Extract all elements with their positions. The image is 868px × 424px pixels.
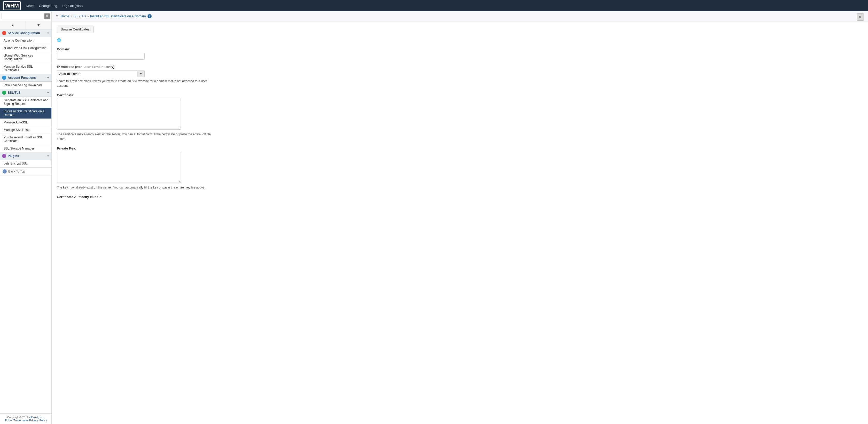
ip-select-wrapper: Auto-discover ▼ [57,70,145,77]
top-nav: WHM News Change Log Log Out (root) [0,0,868,11]
sidebar-item-manage-ssl-hosts[interactable]: Manage SSL Hosts [0,126,52,134]
back-to-top[interactable]: Back To Top [0,167,52,175]
ca-bundle-label: Certificate Authority Bundle: [57,195,863,199]
nav-changelog[interactable]: Change Log [39,4,57,8]
footer-privacy-link[interactable]: Privacy Policy [29,419,47,422]
sidebar-item-lets-encrypt[interactable]: Lets Encrypt SSL [0,160,52,167]
main-content: ≡ Home » SSL/TLS » Install an SSL Certif… [52,11,868,424]
account-functions-label: Account Functions [8,76,36,79]
certificate-label: Certificate: [57,93,863,97]
nav-logout[interactable]: Log Out (root) [62,4,83,8]
sidebar-section-plugins[interactable]: Plugins ▼ [0,152,52,160]
sidebar-item-install-ssl[interactable]: Install an SSL Certificate on a Domain [0,108,52,119]
nav-news[interactable]: News [26,4,34,8]
breadcrumb-sep-2: » [87,14,89,18]
sidebar-item-manage-autossl[interactable]: Manage AutoSSL [0,119,52,126]
certificate-textarea[interactable] [57,99,181,130]
ip-field-group: IP Address (non-user domains only): Auto… [57,65,863,88]
sidebar-nav-buttons: ▲ ▼ [0,21,52,29]
footer-company-link[interactable]: cPanel, Inc. [29,416,44,419]
ssltls-icon [2,91,6,95]
certificate-help-text: The certificate may already exist on the… [57,132,212,141]
account-functions-chevron: ▼ [47,76,49,79]
back-to-top-label: Back To Top [8,170,25,173]
sidebar-search-bar: ssl ✕ [0,11,52,21]
domain-input[interactable] [57,53,145,60]
ca-bundle-field-group: Certificate Authority Bundle: [57,195,863,199]
private-key-textarea[interactable] [57,152,181,183]
sidebar-item-raw-apache-log[interactable]: Raw Apache Log Download [0,81,52,89]
ip-select[interactable]: Auto-discover [57,70,137,77]
ssltls-chevron: ▼ [47,91,49,94]
sidebar: ssl ✕ ▲ ▼ Service Configuration ▼ Apache… [0,11,52,424]
close-button[interactable]: ✕ [857,13,864,21]
search-input[interactable]: ssl [2,13,44,19]
browse-cert-globe-icon: 🌐 [57,38,94,42]
private-key-help-text: The key may already exist on the server.… [57,185,212,190]
breadcrumb-current: Install an SSL Certificate on a Domain [90,14,146,18]
domain-label: Domain: [57,47,863,51]
certificate-field-group: Certificate: The certificate may already… [57,93,863,141]
plugins-icon [2,154,6,158]
breadcrumb-home[interactable]: Home [61,14,69,18]
ip-label: IP Address (non-user domains only): [57,65,863,69]
breadcrumb-help-icon[interactable]: ? [148,14,152,18]
ip-select-arrow-icon[interactable]: ▼ [137,71,145,77]
hamburger-icon[interactable]: ≡ [56,14,58,19]
sidebar-item-cpanel-web-disk[interactable]: cPanel Web Disk Configuration [0,44,52,52]
plugins-label: Plugins [8,154,19,158]
footer-eula-link[interactable]: EULA [4,419,12,422]
ssltls-label: SSL/TLS [8,91,21,95]
service-config-chevron: ▼ [47,32,49,35]
content-area: Browse Certificates 🌐 Domain: IP Address… [52,22,868,208]
ip-help-text: Leave this text box blank unless you wis… [57,79,212,88]
footer-links: EULA. Trademarks Privacy Policy [2,419,49,422]
account-functions-icon [2,76,6,80]
footer-trademarks-link[interactable]: Trademarks [13,419,28,422]
sidebar-section-ssltls[interactable]: SSL/TLS ▼ [0,89,52,97]
sidebar-item-generate-ssl[interactable]: Generate an SSL Certificate and Signing … [0,97,52,108]
back-to-top-icon [3,169,7,173]
sidebar-next-button[interactable]: ▼ [26,21,52,29]
sidebar-item-manage-service-ssl[interactable]: Manage Service SSL Certificates [0,63,52,74]
breadcrumb-sep-1: » [70,14,72,18]
sidebar-item-cpanel-web-services[interactable]: cPanel Web Services Configuration [0,52,52,63]
sidebar-item-ssl-storage-manager[interactable]: SSL Storage Manager [0,145,52,152]
private-key-label: Private Key: [57,146,863,150]
whm-logo: WHM [3,1,21,10]
sidebar-prev-button[interactable]: ▲ [0,21,26,29]
breadcrumb: ≡ Home » SSL/TLS » Install an SSL Certif… [52,11,868,22]
sidebar-item-apache-configuration[interactable]: Apache Configuration [0,37,52,44]
breadcrumb-ssltls[interactable]: SSL/TLS [73,14,86,18]
sidebar-section-account-functions[interactable]: Account Functions ▼ [0,74,52,81]
sidebar-section-service-configuration[interactable]: Service Configuration ▼ [0,29,52,37]
search-clear-button[interactable]: ✕ [44,13,50,19]
service-config-icon [2,31,6,35]
sidebar-footer: Copyright© 2019 cPanel, Inc. EULA. Trade… [0,414,52,424]
plugins-chevron: ▼ [47,155,49,158]
sidebar-item-purchase-ssl[interactable]: Purchase and Install an SSL Certificate [0,134,52,145]
browse-certificates-button[interactable]: Browse Certificates [57,26,94,33]
footer-copyright: Copyright© 2019 cPanel, Inc. [2,416,49,419]
private-key-field-group: Private Key: The key may already exist o… [57,146,863,190]
service-config-label: Service Configuration [8,31,40,35]
domain-field-group: Domain: [57,47,863,60]
